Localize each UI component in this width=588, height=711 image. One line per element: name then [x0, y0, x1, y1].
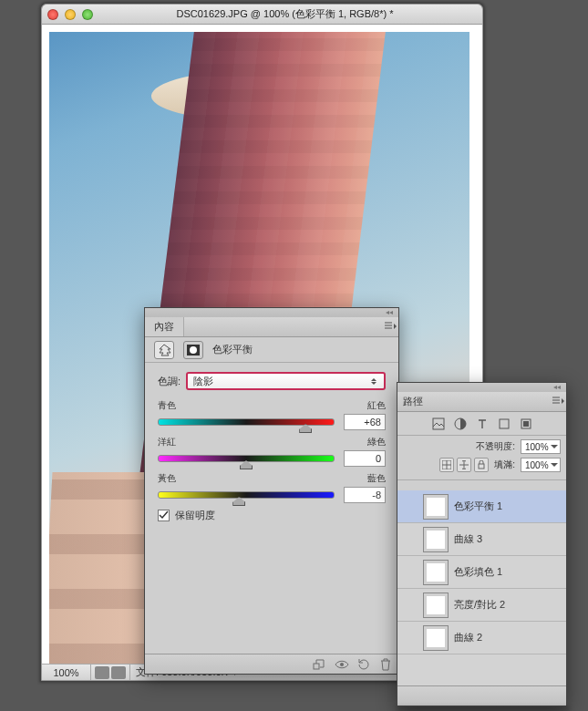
cyan-red-value[interactable]: +68 [344, 414, 386, 430]
filter-type-icon[interactable] [476, 417, 489, 430]
layer-row[interactable]: 色彩填色 1 [397, 556, 566, 589]
preserve-luminosity-checkbox[interactable] [158, 510, 170, 521]
reset-icon[interactable] [356, 658, 371, 671]
filter-shape-icon[interactable] [498, 417, 511, 430]
layer-name[interactable]: 亮度/對比 2 [454, 598, 562, 612]
minimize-button[interactable] [65, 9, 76, 20]
layer-controls: 不透明度: 100% 填滿: 100% [397, 436, 566, 480]
tone-value: 陰影 [193, 375, 213, 388]
green-label: 綠色 [367, 436, 386, 448]
svg-point-3 [340, 663, 344, 666]
svg-rect-4 [433, 418, 444, 429]
yellow-blue-value[interactable]: -8 [344, 487, 386, 503]
clip-to-layer-icon[interactable] [313, 658, 327, 671]
layers-panel-menu-button[interactable] [552, 395, 564, 407]
layer-row[interactable]: 色彩平衡 1 [397, 490, 566, 523]
layer-filter-row [397, 412, 566, 436]
mask-icon[interactable] [183, 341, 203, 359]
filter-image-icon[interactable] [432, 417, 445, 430]
visibility-toggle[interactable] [401, 499, 418, 515]
yellow-label: 黃色 [158, 472, 176, 485]
magenta-green-slider[interactable] [158, 455, 335, 462]
adjustment-type-row: 色彩平衡 [145, 337, 398, 363]
yellow-blue-slider-block: 黃色 藍色 -8 [158, 472, 386, 503]
tab-properties[interactable]: 內容 [145, 317, 184, 336]
tone-select[interactable]: 陰影 [186, 372, 386, 390]
tab-paths[interactable]: 路徑 [403, 395, 423, 408]
adjustment-type-label: 色彩平衡 [212, 343, 253, 356]
magenta-green-slider-block: 洋紅 綠色 0 [158, 436, 386, 467]
layer-thumbnail[interactable] [423, 625, 449, 651]
layer-row[interactable]: 曲線 3 [397, 523, 566, 556]
layer-name[interactable]: 色彩填色 1 [454, 565, 562, 579]
red-label: 紅色 [367, 399, 386, 412]
cyan-red-slider-block: 青色 紅色 +68 [158, 399, 386, 430]
panel-collapse-handle[interactable]: ◂◂ [145, 308, 398, 317]
layers-tabbar: 路徑 [397, 392, 566, 412]
fill-value: 100% [525, 460, 549, 470]
zoom-button[interactable] [82, 9, 93, 20]
visibility-toggle[interactable] [401, 630, 418, 646]
cyan-label: 青色 [158, 399, 176, 412]
layer-list: 色彩平衡 1 曲線 3 色彩填色 1 亮度/對比 2 曲線 2 [397, 490, 566, 685]
layers-panel-footer [397, 685, 566, 706]
adjustment-icon[interactable] [154, 341, 174, 359]
properties-panel-footer [145, 654, 398, 674]
lock-all-button[interactable] [474, 458, 489, 472]
filter-smart-icon[interactable] [520, 417, 532, 430]
cyan-red-slider[interactable] [158, 418, 335, 426]
svg-rect-2 [314, 664, 319, 669]
layer-thumbnail[interactable] [423, 592, 449, 618]
svg-point-1 [190, 346, 197, 354]
svg-rect-6 [500, 419, 509, 428]
status-icon-2[interactable] [111, 666, 126, 679]
status-icon-1[interactable] [95, 666, 109, 679]
preserve-luminosity-label: 保留明度 [175, 509, 215, 522]
panel-menu-button[interactable] [384, 320, 397, 333]
opacity-label: 不透明度: [476, 440, 515, 453]
yellow-blue-knob[interactable] [232, 497, 245, 506]
cyan-red-knob[interactable] [299, 424, 312, 433]
magenta-green-knob[interactable] [240, 460, 253, 469]
zoom-level[interactable]: 100% [42, 665, 91, 680]
fill-field[interactable]: 100% [521, 458, 561, 472]
layer-row[interactable]: 亮度/對比 2 [397, 589, 566, 622]
layer-thumbnail[interactable] [423, 494, 449, 520]
blue-label: 藍色 [367, 472, 386, 485]
close-button[interactable] [47, 9, 58, 20]
properties-panel: ◂◂ 內容 色彩平衡 色調: 陰影 青色 紅色 [144, 307, 399, 675]
yellow-blue-slider[interactable] [158, 491, 335, 499]
magenta-green-value[interactable]: 0 [344, 450, 386, 467]
filter-adjustment-icon[interactable] [454, 417, 467, 430]
toggle-visibility-icon[interactable] [335, 658, 349, 671]
window-titlebar: DSC01629.JPG @ 100% (色彩平衡 1, RGB/8*) * [42, 5, 482, 25]
opacity-value: 100% [525, 442, 549, 452]
layer-thumbnail[interactable] [423, 527, 449, 552]
svg-rect-10 [479, 464, 484, 469]
fill-label: 填滿: [494, 459, 515, 471]
svg-rect-8 [523, 421, 529, 427]
tone-row: 色調: 陰影 [158, 372, 386, 390]
tone-label: 色調: [158, 375, 181, 388]
trash-icon[interactable] [378, 658, 393, 671]
tab-label: 內容 [154, 320, 174, 334]
layers-panel: ◂◂ 路徑 不透明度: 100% 填滿: 100% [397, 382, 567, 706]
document-title: DSC01629.JPG @ 100% (色彩平衡 1, RGB/8*) * [93, 7, 477, 21]
magenta-label: 洋紅 [158, 436, 176, 448]
layer-name[interactable]: 曲線 2 [454, 631, 562, 644]
visibility-toggle[interactable] [401, 597, 418, 613]
visibility-toggle[interactable] [401, 531, 418, 548]
layer-row[interactable]: 曲線 2 [397, 622, 566, 654]
layers-collapse-handle[interactable]: ◂◂ [397, 383, 566, 392]
lock-pixels-button[interactable] [439, 458, 454, 472]
layer-name[interactable]: 曲線 3 [454, 532, 562, 546]
preserve-luminosity-row: 保留明度 [158, 509, 386, 522]
window-controls [47, 9, 93, 20]
layer-name[interactable]: 色彩平衡 1 [454, 500, 562, 513]
visibility-toggle[interactable] [401, 564, 418, 581]
panel-tabbar: 內容 [145, 317, 398, 337]
lock-position-button[interactable] [457, 458, 471, 472]
opacity-field[interactable]: 100% [521, 439, 561, 454]
layer-thumbnail[interactable] [423, 560, 449, 585]
